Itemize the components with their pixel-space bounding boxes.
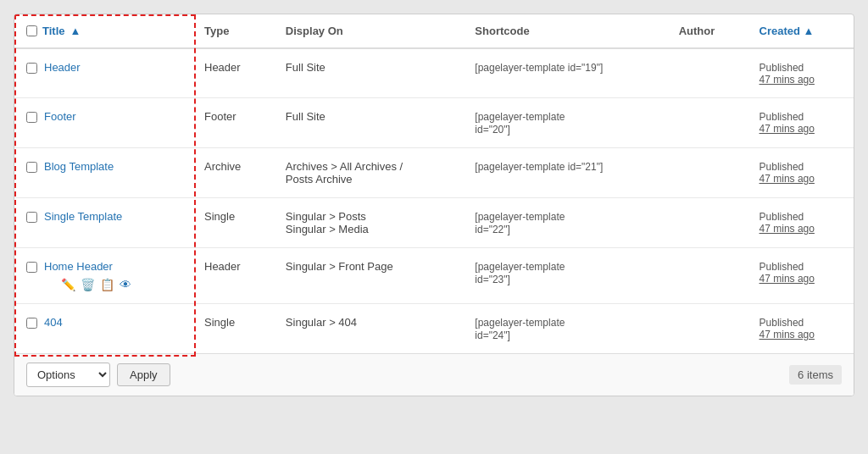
row-2-display-cell: Full Site (274, 98, 463, 148)
row-2-author-cell (667, 98, 748, 148)
shortcode-header-cell: Shortcode (463, 14, 666, 48)
row-1-display-cell: Full Site (274, 48, 463, 98)
row-6-author-cell (667, 304, 748, 354)
title-header-cell: Title ▲ (14, 14, 192, 48)
created-sort-arrow: ▲ (804, 25, 815, 37)
edit-icon[interactable]: ✏️ (61, 278, 75, 291)
type-header-cell: Type (192, 14, 274, 48)
row-3-checkbox[interactable] (26, 162, 37, 173)
table-row: Single Template Single Singular > PostsS… (14, 198, 854, 248)
row-4-title-cell: Single Template (14, 198, 192, 248)
row-5-display-cell: Singular > Front Page (274, 248, 463, 304)
row-6-title-cell: 404 (14, 304, 192, 354)
row-3-title-cell: Blog Template (14, 148, 192, 198)
table-body: Header Header Full Site [pagelayer-templ… (14, 48, 854, 353)
row-3-display-cell: Archives > All Archives /Posts Archive (274, 148, 463, 198)
row-5-title-cell: Home Header ✏️ 🗑️ 📋 👁 (14, 248, 192, 304)
options-select[interactable]: Options Delete (26, 363, 110, 387)
row-3-time-ago[interactable]: 47 mins ago (760, 173, 842, 185)
row-2-created-cell: Published 47 mins ago (748, 98, 854, 148)
created-header-cell[interactable]: Created ▲ (748, 14, 854, 48)
row-6-type-cell: Single (192, 304, 274, 354)
row-5-actions: ✏️ 🗑️ 📋 👁 (61, 278, 131, 291)
view-icon[interactable]: 👁 (120, 278, 131, 291)
table-row: Blog Template Archive Archives > All Arc… (14, 148, 854, 198)
row-2-checkbox[interactable] (26, 112, 37, 123)
row-2-title-link[interactable]: Footer (44, 110, 76, 123)
row-2-shortcode-cell: [pagelayer-templateid="20"] (463, 98, 666, 148)
templates-table: Title ▲ Type Display On Shortcode Aut (14, 14, 854, 353)
row-5-time-ago[interactable]: 47 mins ago (760, 273, 842, 285)
row-6-status: Published (760, 317, 804, 329)
row-2-title-cell: Footer (14, 98, 192, 148)
row-4-display-cell: Singular > PostsSingular > Media (274, 198, 463, 248)
row-5-title-link[interactable]: Home Header (44, 260, 113, 273)
row-1-status: Published (760, 62, 804, 74)
row-6-checkbox[interactable] (26, 318, 37, 329)
table-row: Home Header ✏️ 🗑️ 📋 👁 Header Sin (14, 248, 854, 304)
row-1-title-link[interactable]: Header (44, 61, 81, 74)
row-4-created-cell: Published 47 mins ago (748, 198, 854, 248)
row-4-title-link[interactable]: Single Template (44, 210, 122, 223)
main-container: Title ▲ Type Display On Shortcode Aut (14, 14, 854, 396)
row-6-shortcode-cell: [pagelayer-templateid="24"] (463, 304, 666, 354)
author-header-cell: Author (667, 14, 748, 48)
table-row: Footer Footer Full Site [pagelayer-templ… (14, 98, 854, 148)
display-on-header-cell: Display On (274, 14, 463, 48)
items-count-badge: 6 items (789, 368, 842, 381)
row-1-type-cell: Header (192, 48, 274, 98)
row-4-shortcode-cell: [pagelayer-templateid="22"] (463, 198, 666, 248)
row-3-author-cell (667, 148, 748, 198)
row-4-author-cell (667, 198, 748, 248)
row-4-time-ago[interactable]: 47 mins ago (760, 223, 842, 235)
row-5-type-cell: Header (192, 248, 274, 304)
type-col-label: Type (204, 25, 229, 37)
row-2-time-ago[interactable]: 47 mins ago (760, 123, 842, 135)
row-6-title-link[interactable]: 404 (44, 316, 63, 329)
row-5-shortcode-cell: [pagelayer-templateid="23"] (463, 248, 666, 304)
row-3-shortcode-cell: [pagelayer-template id="21"] (463, 148, 666, 198)
row-2-status: Published (760, 111, 804, 123)
author-col-label: Author (679, 25, 715, 37)
row-6-display-cell: Singular > 404 (274, 304, 463, 354)
table-row: Header Header Full Site [pagelayer-templ… (14, 48, 854, 98)
row-1-shortcode-cell: [pagelayer-template id="19"] (463, 48, 666, 98)
row-1-author-cell (667, 48, 748, 98)
row-6-time-ago[interactable]: 47 mins ago (760, 329, 842, 340)
table-row: 404 Single Singular > 404 [pagelayer-tem… (14, 304, 854, 354)
title-col-label: Title (42, 25, 65, 37)
row-4-type-cell: Single (192, 198, 274, 248)
delete-icon[interactable]: 🗑️ (81, 278, 95, 291)
row-3-type-cell: Archive (192, 148, 274, 198)
row-1-title-cell: Header (14, 48, 192, 98)
row-5-checkbox[interactable] (26, 262, 37, 273)
table-wrapper: Title ▲ Type Display On Shortcode Aut (14, 14, 854, 353)
row-6-created-cell: Published 47 mins ago (748, 304, 854, 354)
copy-icon[interactable]: 📋 (100, 278, 114, 291)
apply-button[interactable]: Apply (117, 363, 170, 386)
display-on-col-label: Display On (286, 25, 343, 37)
items-count-text: 6 items (789, 365, 842, 385)
row-2-type-cell: Footer (192, 98, 274, 148)
table-footer: Options Delete Apply 6 items (14, 353, 854, 396)
row-3-title-link[interactable]: Blog Template (44, 160, 114, 173)
row-3-status: Published (760, 161, 804, 173)
footer-left: Options Delete Apply (26, 363, 170, 387)
row-4-status: Published (760, 211, 804, 223)
row-3-created-cell: Published 47 mins ago (748, 148, 854, 198)
select-all-checkbox[interactable] (26, 25, 37, 36)
row-4-checkbox[interactable] (26, 212, 37, 223)
row-1-created-cell: Published 47 mins ago (748, 48, 854, 98)
row-1-checkbox[interactable] (26, 63, 37, 74)
row-5-author-cell (667, 248, 748, 304)
shortcode-col-label: Shortcode (475, 25, 529, 37)
created-col-label: Created (760, 25, 800, 37)
row-1-time-ago[interactable]: 47 mins ago (760, 74, 842, 86)
row-5-created-cell: Published 47 mins ago (748, 248, 854, 304)
row-5-status: Published (760, 261, 804, 273)
table-header: Title ▲ Type Display On Shortcode Aut (14, 14, 854, 48)
title-sort-arrow: ▲ (70, 25, 81, 37)
